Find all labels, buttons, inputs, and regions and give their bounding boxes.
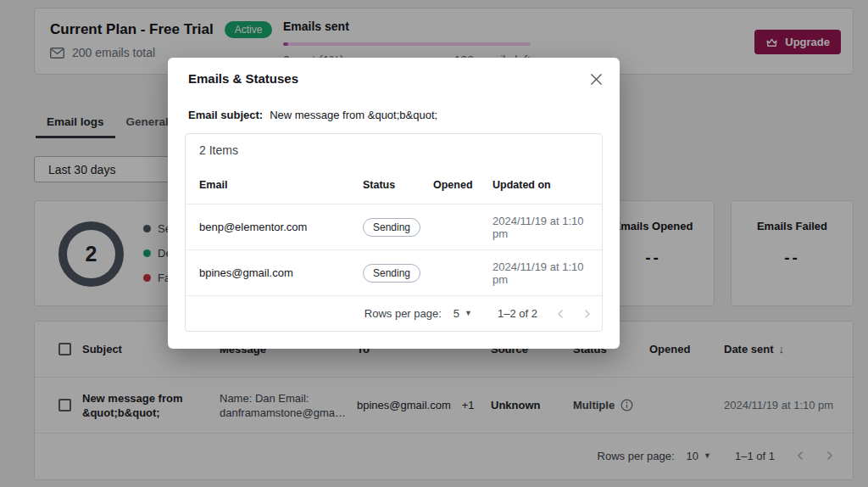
status-chip: Sending <box>363 264 420 283</box>
pagination-range: 1–2 of 2 <box>498 307 537 320</box>
chevron-down-icon: ▼ <box>465 310 472 317</box>
updated-on-cell: 2024/11/19 at 1:10 pm <box>492 215 590 240</box>
chevron-left-icon <box>556 308 565 320</box>
modal-column-opened: Opened <box>433 179 492 191</box>
modal-column-updated-on: Updated on <box>492 179 590 191</box>
modal-title: Emails & Statuses <box>188 71 298 86</box>
modal-close-button[interactable] <box>584 67 608 91</box>
rows-per-page-select[interactable]: 5 ▼ <box>453 307 472 320</box>
prev-page-button[interactable] <box>556 308 565 320</box>
rows-per-page-label: Rows per page: <box>364 307 442 320</box>
email-subject-line: Email subject: New message from &quot;b&… <box>188 109 437 121</box>
emails-statuses-modal: Emails & Statuses Email subject: New mes… <box>168 58 620 349</box>
modal-table-row: bpines@gmail.com Sending 2024/11/19 at 1… <box>186 250 602 296</box>
status-chip: Sending <box>363 218 420 237</box>
email-subject-label: Email subject: <box>188 109 263 121</box>
email-subject-value: New message from &quot;b&quot; <box>270 109 437 121</box>
modal-column-email: Email <box>199 179 363 191</box>
modal-header-row: Email Status Opened Updated on <box>186 166 602 204</box>
close-icon <box>590 73 603 86</box>
statuses-list: 2 Items Email Status Opened Updated on b… <box>185 133 603 332</box>
recipient-email: bpines@gmail.com <box>199 266 363 279</box>
recipient-email: benp@elementor.com <box>199 221 363 233</box>
items-count: 2 Items <box>186 134 602 166</box>
modal-column-status: Status <box>363 179 433 191</box>
next-page-button[interactable] <box>583 308 592 320</box>
site-mailer-dashboard: Current Plan - Free Trial Active 200 ema… <box>0 0 868 487</box>
chevron-right-icon <box>583 308 592 320</box>
modal-pagination: Rows per page: 5 ▼ 1–2 of 2 <box>186 296 602 331</box>
modal-table-row: benp@elementor.com Sending 2024/11/19 at… <box>186 204 602 250</box>
updated-on-cell: 2024/11/19 at 1:10 pm <box>492 260 590 286</box>
